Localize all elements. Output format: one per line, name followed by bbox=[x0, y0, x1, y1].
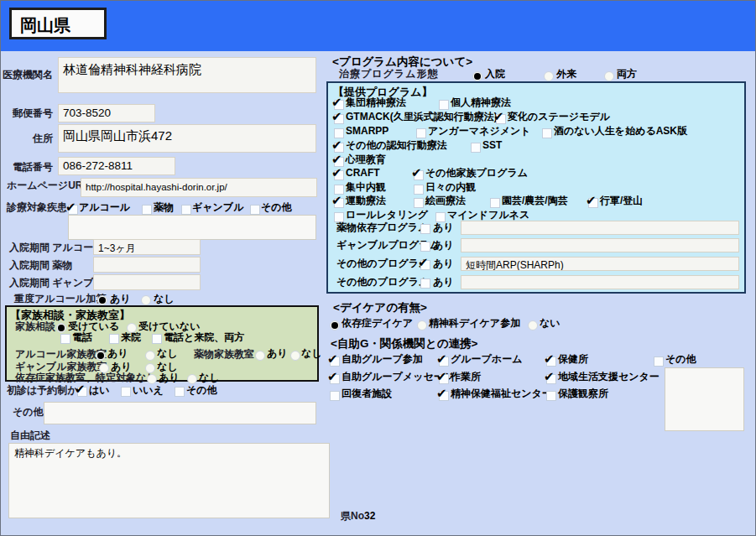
coop-checkbox-health-center[interactable] bbox=[546, 356, 556, 367]
phone-input[interactable]: 086-272-8811 bbox=[58, 157, 175, 175]
treatment-form-label-outpatient: 外来 bbox=[556, 69, 576, 81]
program-label: 園芸/農芸/陶芸 bbox=[502, 195, 568, 207]
homepage-url-input[interactable]: http://hospital.hayashi-dorin.or.jp/ bbox=[81, 178, 317, 197]
program-checkbox-ask[interactable] bbox=[542, 128, 552, 138]
program-checkbox-exercise[interactable] bbox=[334, 198, 344, 208]
alcohol-class-radio-nashi[interactable] bbox=[145, 351, 155, 361]
program-label: 集中内観 bbox=[346, 182, 386, 194]
disease-label-drug: 薬物 bbox=[154, 202, 174, 214]
phone-label: 電話番号 bbox=[13, 162, 53, 174]
program-checkbox-stage-model[interactable] bbox=[496, 114, 506, 124]
severe-label-ari: あり bbox=[110, 294, 131, 305]
treatment-form-radio-both[interactable] bbox=[604, 71, 614, 81]
program-label: 日々の内観 bbox=[425, 182, 476, 194]
alcohol-class-label-nashi: なし bbox=[157, 348, 178, 360]
alcohol-class-label: アルコール家族教室 bbox=[15, 349, 107, 361]
coop-other-note-area[interactable] bbox=[665, 367, 744, 431]
program-checkbox-sst[interactable] bbox=[471, 143, 481, 153]
header-bar: 岡山県 bbox=[1, 1, 756, 51]
severe-radio-nashi[interactable] bbox=[141, 295, 151, 305]
program-checkbox-painting[interactable] bbox=[414, 198, 424, 208]
stay-gamble-label: 入院期間 ギャンブル bbox=[9, 278, 104, 289]
free-text-area[interactable]: 精神科デイケアもあり。 bbox=[8, 443, 330, 518]
coop-checkbox-other[interactable] bbox=[654, 356, 664, 367]
coop-checkbox-selfhelp-join[interactable] bbox=[330, 356, 340, 367]
first-visit-label-other: その他 bbox=[186, 385, 217, 397]
gamble-program-input[interactable] bbox=[461, 238, 739, 252]
program-label: 個人精神療法 bbox=[451, 97, 511, 109]
program-label: その他家族プログラム bbox=[425, 168, 528, 180]
first-visit-checkbox-other[interactable] bbox=[175, 387, 185, 397]
nontarget-class-label: 依存症家族教室、特定対象なし bbox=[15, 372, 157, 384]
other-program-checkbox[interactable] bbox=[420, 260, 430, 270]
other-program2-checkbox[interactable] bbox=[420, 278, 430, 289]
coop-checkbox-community-support[interactable] bbox=[546, 374, 556, 384]
treatment-form-radio-outpatient[interactable] bbox=[544, 71, 554, 81]
coop-checkbox-selfhelp-message[interactable] bbox=[330, 374, 340, 384]
facility-form-page: 岡山県 医療機関名 林道倫精神科神経科病院 郵便番号 703-8520 住所 岡… bbox=[0, 0, 756, 536]
pref-no-value: 32 bbox=[364, 511, 375, 523]
drug-class-radio-nashi[interactable] bbox=[290, 351, 300, 361]
coop-checkbox-workshop[interactable] bbox=[439, 374, 449, 384]
program-checkbox-individual-psychotherapy[interactable] bbox=[439, 100, 449, 110]
drug-class-radio-ari[interactable] bbox=[255, 351, 265, 361]
severe-radio-ari[interactable] bbox=[97, 295, 107, 305]
hospital-name-input[interactable]: 林道倫精神科神経科病院 bbox=[58, 57, 316, 93]
treatment-form-label: 治療プログラム形態 bbox=[339, 69, 438, 81]
coop-checkbox-group-home[interactable] bbox=[439, 356, 449, 367]
family-method-checkbox-phone[interactable] bbox=[60, 334, 70, 344]
coop-checkbox-probation-office[interactable] bbox=[546, 391, 556, 401]
hospital-name-label: 医療機関名 bbox=[3, 70, 53, 81]
stay-alcohol-label: 入院期間 アルコール bbox=[9, 242, 103, 254]
stay-gamble-input[interactable] bbox=[93, 274, 201, 290]
family-method-checkbox-visit[interactable] bbox=[109, 334, 119, 344]
alcohol-class-radio-ari[interactable] bbox=[96, 351, 106, 361]
program-label: ロールレタリング bbox=[346, 210, 428, 221]
disease-checkbox-other[interactable] bbox=[250, 205, 260, 215]
other-program2-input[interactable] bbox=[461, 275, 739, 289]
program-checkbox-craft[interactable] bbox=[334, 170, 344, 180]
disease-label-alcohol: アルコール bbox=[79, 202, 130, 214]
program-label: 運動療法 bbox=[346, 195, 386, 207]
disease-note-input[interactable] bbox=[68, 215, 316, 240]
other-program-input[interactable]: 短時間ARP(SHARPh) bbox=[461, 257, 739, 271]
nontarget-class-radio-ari[interactable] bbox=[147, 374, 157, 384]
program-checkbox-anger-management[interactable] bbox=[416, 128, 426, 138]
daycare-radio-psychiatric[interactable] bbox=[417, 320, 427, 330]
first-visit-checkbox-yes[interactable] bbox=[77, 387, 87, 397]
treatment-form-radio-inpatient[interactable] bbox=[472, 71, 482, 81]
program-checkbox-other-family[interactable] bbox=[414, 170, 424, 180]
cooperation-heading: <自助G・関係機関との連携> bbox=[331, 336, 477, 351]
first-visit-checkbox-no[interactable] bbox=[121, 387, 131, 397]
address-label: 住所 bbox=[33, 133, 53, 145]
coop-checkbox-recovery-facility[interactable] bbox=[330, 391, 340, 401]
program-checkbox-daily-naikan[interactable] bbox=[414, 185, 424, 195]
disease-checkbox-drug[interactable] bbox=[142, 205, 152, 215]
daycare-radio-none[interactable] bbox=[528, 320, 538, 330]
program-checkbox-hiking[interactable] bbox=[588, 198, 598, 208]
drug-program-checkbox[interactable] bbox=[420, 224, 430, 234]
drug-class-label-nashi: なし bbox=[301, 348, 322, 360]
address-input[interactable]: 岡山県岡山市浜472 bbox=[58, 124, 316, 153]
family-method-checkbox-both[interactable] bbox=[152, 334, 162, 344]
coop-label: 地域生活支援センター bbox=[558, 372, 660, 383]
stay-drug-input[interactable] bbox=[93, 257, 201, 273]
gamble-program-checkbox[interactable] bbox=[420, 242, 430, 252]
family-consult-radio-yes[interactable] bbox=[56, 323, 66, 333]
disease-checkbox-gamble[interactable] bbox=[181, 205, 191, 215]
stay-alcohol-input[interactable]: 1~3ヶ月 bbox=[93, 239, 201, 255]
severe-alcohol-label: 重度アルコール加算 bbox=[14, 294, 106, 305]
program-label: GTMACK(久里浜式認知行動療法) bbox=[346, 112, 498, 123]
nontarget-class-radio-nashi[interactable] bbox=[187, 374, 197, 384]
other-program2-ari-label: あり bbox=[433, 277, 454, 289]
program-checkbox-gardening[interactable] bbox=[490, 198, 500, 208]
free-text-label: 自由記述 bbox=[10, 430, 50, 442]
coop-checkbox-mental-health-center[interactable] bbox=[439, 391, 449, 401]
postal-code-input[interactable]: 703-8520 bbox=[58, 104, 155, 122]
program-checkbox-gtmack[interactable] bbox=[334, 114, 344, 124]
daycare-radio-addiction[interactable] bbox=[330, 320, 340, 330]
disease-checkbox-alcohol[interactable] bbox=[68, 205, 78, 215]
other-program-ari-label: あり bbox=[433, 258, 454, 270]
other-field-input[interactable] bbox=[44, 402, 316, 424]
drug-program-input[interactable] bbox=[461, 221, 739, 235]
